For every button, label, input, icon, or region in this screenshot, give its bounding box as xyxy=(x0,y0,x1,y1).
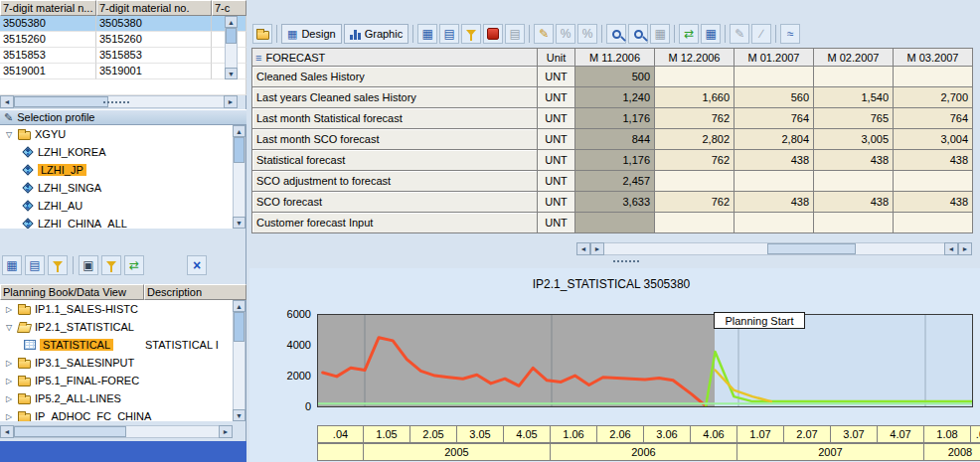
unit-cell[interactable]: UNT xyxy=(538,108,575,129)
scroll-track[interactable] xyxy=(233,312,245,409)
value-cell[interactable]: 1,176 xyxy=(575,108,655,129)
scroll-track[interactable] xyxy=(604,242,944,255)
value-cell[interactable]: 2,802 xyxy=(655,129,735,150)
value-cell[interactable]: 764 xyxy=(735,108,814,129)
value-cell[interactable]: 3,633 xyxy=(575,192,655,213)
zoom-out-icon[interactable] xyxy=(628,24,648,44)
scroll-track[interactable] xyxy=(14,425,219,438)
planning-book-col-header[interactable]: Planning Book/Data View xyxy=(0,284,144,300)
scroll-thumb[interactable] xyxy=(226,28,237,44)
curve-icon[interactable]: ≈ xyxy=(780,24,800,44)
tree-node-label[interactable]: IP2.1_STATISTICAL xyxy=(35,321,134,333)
tree-node-ip-adhoc[interactable]: ▷ IP_ADHOC_FC_CHINA xyxy=(0,407,233,421)
tree-node-ip52[interactable]: ▷ IP5.2_ALL-LINES xyxy=(0,389,233,407)
value-cell[interactable] xyxy=(814,67,894,87)
tree-node-ip11[interactable]: ▷ IP1.1_SALES-HISTC xyxy=(0,300,233,318)
value-cell[interactable]: 1,660 xyxy=(655,87,735,108)
grid-icon[interactable]: ▦ xyxy=(417,24,437,44)
tree-node-ip21[interactable]: ▽ IP2.1_STATISTICAL xyxy=(0,318,233,336)
tree-node-label[interactable]: IP3.1_SALESINPUT xyxy=(35,357,134,369)
tree-node-xgyu[interactable]: ▽ XGYU xyxy=(0,125,233,143)
material-col-header-1[interactable]: 7-digit material n... xyxy=(0,0,96,16)
scroll-up-icon[interactable]: ▲ xyxy=(225,16,238,28)
scroll-right-icon[interactable]: ► xyxy=(224,95,238,108)
row-label-cell[interactable]: Cleaned Sales History xyxy=(252,67,538,87)
value-cell[interactable]: 3,005 xyxy=(814,129,894,150)
period-header-cell[interactable]: M 03.2007 xyxy=(894,49,973,67)
tree-node-lzhi-korea[interactable]: LZHI_KOREA xyxy=(0,143,233,161)
period-header-cell[interactable]: M 11.2006 xyxy=(575,49,655,67)
graphic-button[interactable]: Graphic xyxy=(344,24,409,44)
material-cell[interactable]: 3505380 xyxy=(96,16,212,32)
value-cell[interactable]: 762 xyxy=(655,192,735,213)
open-icon[interactable] xyxy=(252,24,272,44)
tree-node-label[interactable]: IP_ADHOC_FC_CHINA xyxy=(35,410,151,421)
unit-cell[interactable]: UNT xyxy=(538,150,575,171)
scroll-left-icon[interactable]: ◄ xyxy=(0,425,14,438)
filter-icon[interactable] xyxy=(48,255,68,275)
planning-tree-vscrollbar[interactable]: ▲ ▼ xyxy=(233,300,245,421)
unit-cell[interactable]: UNT xyxy=(538,87,575,108)
value-cell[interactable]: 762 xyxy=(655,150,735,171)
value-cell[interactable]: 500 xyxy=(575,67,655,87)
tree-node-label[interactable]: LZHI_AU xyxy=(38,200,82,212)
value-cell[interactable] xyxy=(894,67,973,87)
value-cell[interactable]: 764 xyxy=(894,108,973,129)
grid-display-icon[interactable]: ▦ xyxy=(701,24,721,44)
table-display-icon[interactable]: ▤ xyxy=(25,255,45,275)
profile-icon[interactable]: ▣ xyxy=(79,255,98,275)
tree-node-statistical-view[interactable]: STATISTICAL STATISTICAL I xyxy=(0,336,233,354)
scroll-thumb[interactable] xyxy=(14,96,108,107)
tree-node-lzhi-jp[interactable]: LZHI_JP xyxy=(0,161,233,179)
grid-select-icon[interactable]: ▦ xyxy=(2,255,22,275)
zoom-in-icon[interactable] xyxy=(606,24,626,44)
value-cell[interactable] xyxy=(655,171,735,192)
value-cell[interactable]: 844 xyxy=(575,129,655,150)
strike-icon[interactable]: ∕ xyxy=(751,24,771,44)
value-cell[interactable]: 438 xyxy=(735,150,814,171)
design-button[interactable]: ▦ Design xyxy=(281,24,342,44)
unit-cell[interactable]: UNT xyxy=(538,171,575,192)
unit-header-cell[interactable]: Unit xyxy=(538,49,575,67)
table-settings-icon[interactable]: ▦ xyxy=(650,24,670,44)
exchange-selection-icon[interactable]: ⇄ xyxy=(124,255,144,275)
scroll-right-icon[interactable]: ► xyxy=(219,425,233,438)
fix-cell-icon[interactable] xyxy=(483,24,503,44)
tree-node-lzhi-au[interactable]: LZHI_AU xyxy=(0,197,233,215)
expand-closed-icon[interactable]: ▷ xyxy=(4,394,14,403)
period-header-cell[interactable]: M 02.2007 xyxy=(814,49,894,67)
value-cell[interactable] xyxy=(655,67,735,87)
expand-closed-icon[interactable]: ▷ xyxy=(4,359,14,368)
value-cell[interactable] xyxy=(814,213,894,233)
material-col-header-2[interactable]: 7-digit material no. xyxy=(96,0,212,16)
tree-node-label-selected[interactable]: STATISTICAL xyxy=(40,339,113,351)
material-cell[interactable]: 3515853 xyxy=(96,48,212,64)
scroll-down-icon[interactable]: ▼ xyxy=(233,217,245,229)
scroll-left-icon[interactable]: ◄ xyxy=(0,95,14,108)
material-cell[interactable]: 3515260 xyxy=(0,32,96,48)
expand-open-icon[interactable]: ▽ xyxy=(4,130,14,139)
value-cell[interactable] xyxy=(655,213,735,233)
value-cell[interactable]: 560 xyxy=(735,87,814,108)
expand-closed-icon[interactable]: ▷ xyxy=(4,305,14,314)
value-cell[interactable]: 438 xyxy=(814,192,894,213)
material-row[interactable]: 3519001 3519001 xyxy=(0,64,246,79)
filter-assign-icon[interactable] xyxy=(101,255,121,275)
tree-node-lzhi-china-all[interactable]: LZHI_CHINA_ALL xyxy=(0,215,233,229)
unit-cell[interactable]: UNT xyxy=(538,67,575,87)
splitter-handle[interactable] xyxy=(103,101,129,103)
value-cell[interactable] xyxy=(735,67,814,87)
material-col-header-3[interactable]: 7-c xyxy=(212,0,246,16)
expand-closed-icon[interactable]: ▷ xyxy=(4,412,14,421)
close-icon[interactable]: × xyxy=(187,255,207,275)
edit-icon[interactable]: ✎ xyxy=(534,24,554,44)
row-label-cell[interactable]: Customer forecast Input xyxy=(252,213,538,233)
scroll-right-icon[interactable]: ► xyxy=(958,242,972,255)
scroll-left-icon[interactable]: ◄ xyxy=(576,242,590,255)
pencil-icon[interactable]: ✎ xyxy=(730,24,749,44)
material-vscrollbar[interactable]: ▲ ▼ xyxy=(225,16,238,79)
scroll-down-icon[interactable]: ▼ xyxy=(225,68,238,79)
tree-node-label[interactable]: IP1.1_SALES-HISTC xyxy=(35,303,138,315)
tree-node-label[interactable]: IP5.2_ALL-LINES xyxy=(35,392,121,404)
scroll-thumb[interactable] xyxy=(234,312,245,342)
